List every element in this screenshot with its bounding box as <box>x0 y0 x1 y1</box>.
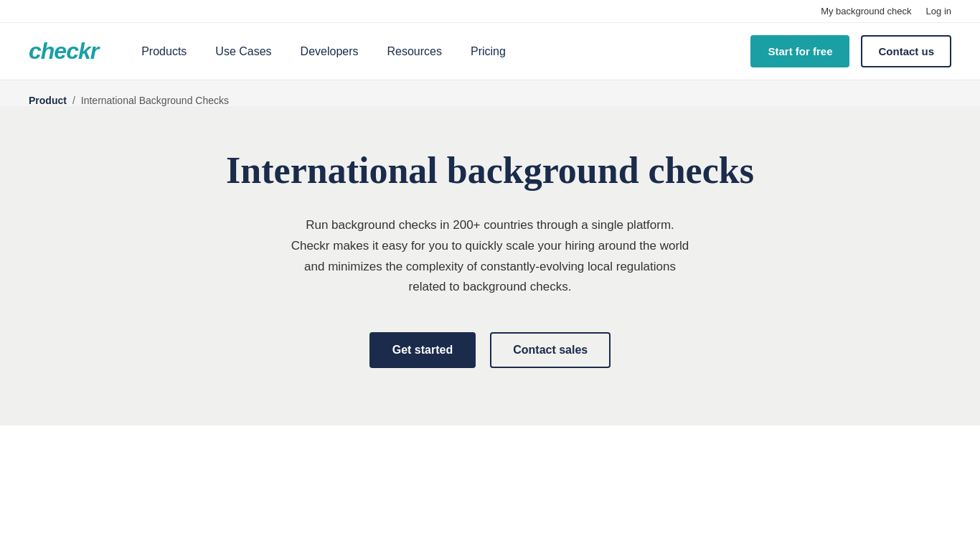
start-for-free-button[interactable]: Start for free <box>750 35 849 67</box>
breadcrumb: Product / International Background Check… <box>29 95 951 106</box>
hero-section: International background checks Run back… <box>0 106 980 425</box>
navbar: checkr Products Use Cases Developers Res… <box>0 23 980 80</box>
contact-sales-button[interactable]: Contact sales <box>490 332 611 368</box>
nav-actions: Start for free Contact us <box>750 35 951 67</box>
contact-us-button[interactable]: Contact us <box>861 35 951 67</box>
breadcrumb-current: International Background Checks <box>81 95 229 106</box>
get-started-button[interactable]: Get started <box>369 332 476 368</box>
bottom-section <box>0 425 980 551</box>
nav-links: Products Use Cases Developers Resources … <box>141 45 750 58</box>
nav-developers[interactable]: Developers <box>301 45 359 58</box>
nav-products[interactable]: Products <box>141 45 187 58</box>
hero-description: Run background checks in 200+ countries … <box>289 215 691 298</box>
nav-use-cases[interactable]: Use Cases <box>215 45 271 58</box>
top-bar: My background check Log in <box>0 0 980 23</box>
hero-title: International background checks <box>226 149 754 192</box>
logo[interactable]: checkr <box>29 38 98 65</box>
breadcrumb-separator: / <box>72 95 75 106</box>
log-in-link[interactable]: Log in <box>926 6 951 17</box>
nav-resources[interactable]: Resources <box>387 45 442 58</box>
nav-pricing[interactable]: Pricing <box>471 45 506 58</box>
breadcrumb-section: Product / International Background Check… <box>0 80 980 106</box>
my-background-check-link[interactable]: My background check <box>821 6 911 17</box>
hero-actions: Get started Contact sales <box>369 332 611 368</box>
breadcrumb-product-link[interactable]: Product <box>29 95 67 106</box>
